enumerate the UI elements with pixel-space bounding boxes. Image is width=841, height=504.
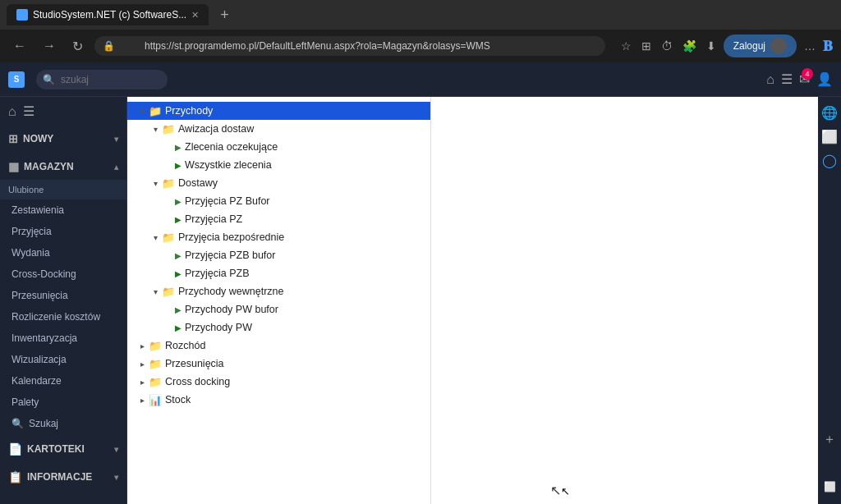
folder-icon-cross-docking: 📁 xyxy=(149,376,162,388)
tree-label-przychody-pw: Przychody PW xyxy=(185,322,430,333)
tab-title: StudioSystem.NET (c) SoftwareS... xyxy=(33,9,186,21)
tree-label-przychody: Przychody xyxy=(165,105,430,117)
tree-item-zlecenia-oczekujace[interactable]: ▶ Zlecenia oczekujące xyxy=(127,138,430,156)
tree-item-wszystkie-zlecenia[interactable]: ▶ Wszystkie zlecenia xyxy=(127,156,430,174)
right-icon-bottom[interactable]: ⬜ xyxy=(824,481,836,493)
tree-label-przyjecia-pzb: Przyjęcia PZB xyxy=(185,268,430,279)
sidebar-item-wydania[interactable]: Wydania xyxy=(0,242,126,263)
login-button[interactable]: Zaloguj xyxy=(724,34,797,57)
kartoteki-label: KARTOTEKI xyxy=(27,443,85,455)
tab-close-button[interactable]: ✕ xyxy=(191,10,199,21)
tree-item-przychody-wewnetrzne[interactable]: 📁 Przychody wewnętrzne xyxy=(127,282,430,300)
sidebar-top-icons: ⌂ ☰ xyxy=(0,97,126,126)
menu-icon[interactable]: ☰ xyxy=(781,71,793,87)
sidebar-item-cross-docking[interactable]: Cross-Docking xyxy=(0,263,126,285)
tree-toggle-przesuniecia[interactable] xyxy=(136,357,149,370)
tree-item-stock[interactable]: 📊 Stock xyxy=(127,391,430,409)
tree-item-przyjecia-pzb-bufor[interactable]: ▶ Przyjęcia PZB bufor xyxy=(127,246,430,264)
collection-icon[interactable]: ⊞ xyxy=(639,37,654,55)
download-icon[interactable]: ⬇ xyxy=(704,37,719,55)
sidebar-item-wizualizacja[interactable]: Wizualizacja xyxy=(0,349,126,370)
play-icon-pzb: ▶ xyxy=(175,269,182,278)
tree-item-przyjecia-pz-bufor[interactable]: ▶ Przyjęcia PZ Bufor xyxy=(127,192,430,210)
tree-item-cross-docking[interactable]: 📁 Cross docking xyxy=(127,373,430,391)
folder-icon-bezposrednie: 📁 xyxy=(162,231,175,244)
kartoteki-section-header[interactable]: 📄 KARTOTEKI ▾ xyxy=(0,436,126,462)
sidebar-item-inwentaryzacja[interactable]: Inwentaryzacja xyxy=(0,328,126,349)
nav-tree: 📁 Przychody 📁 Awizacja dostaw ▶ Zlecenia… xyxy=(127,97,431,504)
tree-toggle-przychody[interactable] xyxy=(136,104,149,117)
tree-item-awizacja-dostaw[interactable]: 📁 Awizacja dostaw xyxy=(127,120,430,138)
sidebar-section-informacje: 📋 INFORMACJE ▾ xyxy=(0,464,126,490)
kartoteki-arrow-icon: ▾ xyxy=(114,445,118,454)
tree-label-cross-docking: Cross docking xyxy=(165,376,430,387)
right-icon-2[interactable]: ⬜ xyxy=(821,129,838,144)
informacje-icon: 📋 xyxy=(8,470,22,483)
tree-toggle-dostawy[interactable] xyxy=(149,176,162,190)
folder-icon-przesuniecia: 📁 xyxy=(149,358,162,370)
tree-item-rozchod[interactable]: 📁 Rozchód xyxy=(127,337,430,355)
folder-icon-wewnetrzne: 📁 xyxy=(162,286,175,298)
sidebar-item-przesuniecia[interactable]: Przesunięcia xyxy=(0,285,126,306)
right-icon-3[interactable]: ◯ xyxy=(822,153,837,168)
main-content: ↖ xyxy=(431,97,818,504)
tree-item-przychody-pw-bufor[interactable]: ▶ Przychody PW bufor xyxy=(127,300,430,318)
tree-toggle-bezposrednie[interactable] xyxy=(149,231,162,244)
tree-toggle-wewnetrzne[interactable] xyxy=(149,285,162,298)
tree-item-przyjecia-pzb[interactable]: ▶ Przyjęcia PZB xyxy=(127,264,430,282)
extensions-icon[interactable]: 🧩 xyxy=(680,37,699,55)
notification-badge: 4 xyxy=(802,68,813,80)
cursor: ↖ xyxy=(550,483,560,497)
lock-icon: 🔒 xyxy=(103,40,115,52)
toolbar-icons: ☆ ⊞ ⏱ 🧩 ⬇ Zaloguj … 𝐁 xyxy=(618,34,833,57)
address-bar: ← → ↻ 🔒 ☆ ⊞ ⏱ 🧩 ⬇ Zaloguj … 𝐁 xyxy=(0,30,841,62)
tree-item-przyjecia-pz[interactable]: ▶ Przyjęcia PZ xyxy=(127,210,430,228)
browser-tab-active[interactable]: StudioSystem.NET (c) SoftwareS... ✕ xyxy=(7,4,209,25)
tree-item-przychody[interactable]: 📁 Przychody xyxy=(127,102,430,120)
notification-icon[interactable]: ✉ 4 xyxy=(799,71,810,87)
sidebar-item-przyjecia[interactable]: Przyjęcia xyxy=(0,221,126,242)
tree-toggle-cross-docking[interactable] xyxy=(136,375,149,388)
sidebar-item-kalendarze[interactable]: Kalendarze xyxy=(0,370,126,392)
magazyn-section-header[interactable]: ▦ MAGAZYN ▴ xyxy=(0,153,126,180)
user-icon[interactable]: 👤 xyxy=(816,71,833,87)
refresh-button[interactable]: ↻ xyxy=(67,35,88,57)
right-panel: 🌐 ⬜ ◯ ＋ ⬜ xyxy=(818,97,841,504)
list-sidebar-icon[interactable]: ☰ xyxy=(23,103,34,119)
right-icon-1[interactable]: 🌐 xyxy=(821,105,838,121)
tree-label-przyjecia-pzb-bufor: Przyjęcia PZB bufor xyxy=(185,250,430,261)
tree-toggle-stock[interactable] xyxy=(136,393,149,406)
right-icon-plus[interactable]: ＋ xyxy=(823,431,836,448)
informacje-section-header[interactable]: 📋 INFORMACJE ▾ xyxy=(0,464,126,490)
sidebar-item-rozliczenie-kosztow[interactable]: Rozliczenie kosztów xyxy=(0,306,126,328)
nowy-section-header[interactable]: ⊞ NOWY ▾ xyxy=(0,126,126,152)
tree-item-dostawy[interactable]: 📁 Dostawy xyxy=(127,174,430,192)
search-input[interactable] xyxy=(36,70,168,89)
app-container: S 🔍 ⌂ ☰ ✉ 4 👤 ⌂ ☰ ⊞ NOWY xyxy=(0,62,841,504)
tree-toggle-awizacja[interactable] xyxy=(149,122,162,135)
kartoteki-icon: 📄 xyxy=(8,442,22,456)
edge-icon: 𝐁 xyxy=(823,38,833,55)
tree-toggle-rozchod[interactable] xyxy=(136,339,149,352)
nowy-label: NOWY xyxy=(23,133,53,144)
address-input[interactable] xyxy=(120,36,597,56)
tree-item-przychody-pw[interactable]: ▶ Przychody PW xyxy=(127,318,430,337)
forward-button[interactable]: → xyxy=(38,35,61,57)
folder-icon-przychody: 📁 xyxy=(149,105,162,117)
tree-item-przyjecia-bezposrednie[interactable]: 📁 Przyjęcia bezpośrednie xyxy=(127,228,430,246)
main-layout: ⌂ ☰ ⊞ NOWY ▾ ▦ MAGAZYN ▴ Ulubione Zest xyxy=(0,97,841,504)
tree-label-stock: Stock xyxy=(165,394,430,405)
sidebar-item-zestawienia[interactable]: Zestawienia xyxy=(0,199,126,221)
play-icon-pw: ▶ xyxy=(175,323,182,332)
more-button[interactable]: … xyxy=(802,37,818,55)
back-button[interactable]: ← xyxy=(8,35,31,57)
sidebar-item-szukaj[interactable]: 🔍 Szukaj xyxy=(0,413,126,434)
home-sidebar-icon[interactable]: ⌂ xyxy=(8,104,16,119)
home-icon[interactable]: ⌂ xyxy=(766,72,774,87)
new-tab-button[interactable]: + xyxy=(215,7,234,24)
history-icon[interactable]: ⏱ xyxy=(659,37,675,55)
sidebar-item-palety[interactable]: Palety xyxy=(0,392,126,413)
login-label: Zaloguj xyxy=(733,40,765,52)
tree-item-przesuniecia[interactable]: 📁 Przesunięcia xyxy=(127,355,430,373)
star-icon[interactable]: ☆ xyxy=(618,37,634,55)
